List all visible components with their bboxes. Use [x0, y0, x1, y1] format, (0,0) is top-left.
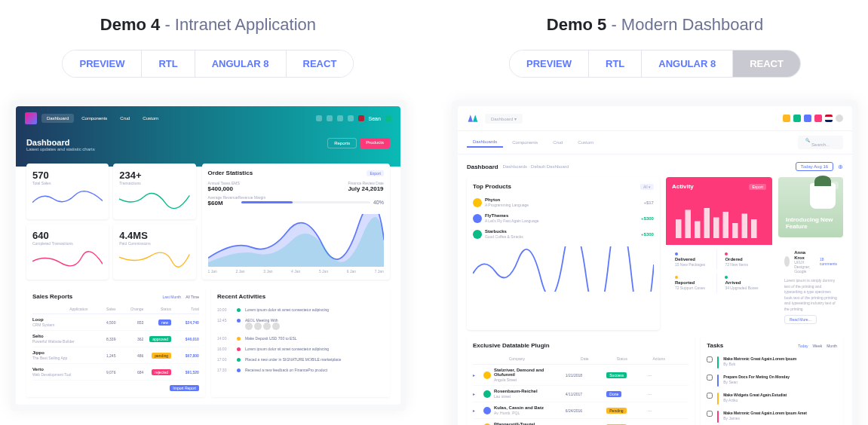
demo4-pill-angular[interactable]: ANGULAR 8: [195, 50, 287, 77]
stat-item: Ordered72 New Items: [720, 249, 768, 270]
sales-reports-panel: Sales ReportsLast MonthAll Time Applicat…: [26, 287, 205, 397]
task-row[interactable]: Make Metronic Great Again.Lorem Ipsum Am…: [707, 408, 837, 425]
flag-icon[interactable]: [358, 115, 364, 121]
cart-icon[interactable]: [348, 115, 354, 121]
page-title: Dashboard: [467, 164, 498, 170]
table-row[interactable]: JippoThe Best Selling App 1,245486 pendi…: [32, 347, 199, 364]
demo5-pill-angular[interactable]: ANGULAR 8: [642, 50, 733, 77]
bar-chart: [672, 200, 766, 238]
avatar[interactable]: [385, 115, 391, 121]
d4-nav-dashboard[interactable]: Dashboard: [41, 114, 74, 123]
sparkline-icon: [119, 188, 189, 209]
task-row[interactable]: Prepare Docs For Meting On MondayBy Sean: [707, 371, 837, 390]
tasks-panel: TasksTodayWeekMonth Make Metronic Great …: [701, 336, 843, 425]
search-input[interactable]: 🔍 Search...: [798, 136, 843, 149]
app-icon[interactable]: [793, 115, 801, 122]
export-button[interactable]: Export: [367, 170, 383, 176]
app-icon[interactable]: [814, 115, 822, 122]
table-row[interactable]: LoopCRM System 4,500853 new $24,740: [32, 314, 199, 331]
d4-nav-components[interactable]: Components: [76, 114, 112, 123]
add-icon[interactable]: ⊕: [838, 164, 843, 170]
list-item[interactable]: PhytonA Programming Language +$17: [473, 194, 654, 210]
stat-item: Arrived34 Upgraded Boxes: [720, 273, 768, 293]
d4-nav-crud[interactable]: Crud: [115, 114, 135, 123]
activity-row: 17:30 Received a new feedback on Finance…: [217, 365, 384, 375]
demo4-pill-row: PREVIEW RTL ANGULAR 8 REACT: [10, 50, 406, 78]
table-row[interactable]: ▸ Rosenbaum-ReichelLao street 4/11/2017 …: [473, 386, 689, 402]
demo4-pill-rtl[interactable]: RTL: [142, 50, 195, 77]
demo4-pill-react[interactable]: REACT: [287, 50, 354, 77]
subnav-custom[interactable]: Custom: [572, 138, 600, 147]
sparkline-icon: [119, 249, 189, 270]
demo5-screenshot[interactable]: Dashboard ▾ Dashboards Components Crud C…: [452, 100, 858, 425]
tab-lastmonth[interactable]: Last Month: [162, 295, 181, 299]
svg-rect-0: [676, 219, 682, 238]
logo-icon: [25, 112, 37, 124]
table-row[interactable]: VertoWeb Development Tool 9,076684 rejec…: [32, 364, 199, 381]
breadcrumb: Dashboards · Default Dashboard: [503, 164, 569, 169]
search-icon[interactable]: [316, 115, 322, 121]
demo4-pill-preview[interactable]: PREVIEW: [63, 50, 142, 77]
activities-panel: Recent Activities 10:00 Lorem ipsum dolo…: [211, 287, 390, 397]
today-button[interactable]: Today Aug 16: [796, 162, 833, 171]
subnav-dashboards[interactable]: Dashboards: [467, 137, 503, 148]
import-button[interactable]: Import Report: [170, 385, 199, 391]
sparkline-icon: [32, 188, 103, 209]
read-more-button[interactable]: Read More...: [784, 315, 817, 324]
demo5-pill-react[interactable]: REACT: [733, 50, 800, 77]
d4-topbar: Dashboard Components Crud Custom Sean: [16, 106, 400, 130]
flag-icon[interactable]: [825, 115, 833, 122]
app-icon[interactable]: [804, 115, 811, 122]
stat-card: 234+Transactions: [113, 164, 195, 219]
tab-week[interactable]: Week: [812, 344, 822, 348]
d5-subnav: Dashboards Components Crud Custom 🔍 Sear…: [458, 131, 852, 154]
export-button[interactable]: Export: [749, 184, 765, 190]
demo5-pill-preview[interactable]: PREVIEW: [510, 50, 589, 77]
task-checkbox[interactable]: [707, 411, 713, 417]
d5-topbar: Dashboard ▾: [458, 106, 852, 131]
activity-row: 14:00 Make Deposit USD 700 to ESL: [217, 333, 384, 344]
plant-icon: [810, 183, 836, 209]
bell-icon[interactable]: [327, 115, 333, 121]
user-name[interactable]: Sean: [369, 116, 381, 121]
user-card: Anna KroxUI/UX Designer, Google 18commen…: [778, 243, 843, 330]
stat-item: Reported72 Support Cases: [670, 273, 718, 293]
reports-button[interactable]: Reports: [327, 138, 357, 148]
svg-rect-5: [722, 212, 728, 238]
table-row[interactable]: ▸ Kulas, Cassin and BatzAv. Humb. PQL 6/…: [473, 402, 689, 419]
subnav-components[interactable]: Components: [506, 138, 544, 147]
tab-month[interactable]: Month: [827, 344, 837, 348]
subnav-crud[interactable]: Crud: [547, 138, 569, 147]
task-row[interactable]: Make Metronic Great Again.Lorem IpsumBy …: [707, 353, 837, 371]
activity-row: 17:00 Placed a new order in SIGNATURE MO…: [217, 354, 384, 365]
table-row[interactable]: SeltoPowerful Website Builder 8,339362 a…: [32, 331, 199, 347]
list-item[interactable]: FlyThemesA Let's Fly Fast Again Language…: [473, 210, 654, 226]
feature-card: Read Introducing New Feature: [778, 177, 843, 237]
list-item[interactable]: StarbucksGood Coffee & Snacks +$300: [473, 226, 654, 242]
task-checkbox[interactable]: [707, 393, 713, 399]
breadcrumb-pill[interactable]: Dashboard ▾: [485, 114, 523, 124]
demo5-pill-rtl[interactable]: RTL: [589, 50, 642, 77]
activity-row: 16:00 Lorem ipsum dolor sit amet consect…: [217, 344, 384, 354]
task-checkbox[interactable]: [707, 356, 713, 362]
d4-nav-custom[interactable]: Custom: [137, 114, 164, 123]
tab-today[interactable]: Today: [798, 344, 808, 348]
app-icon[interactable]: [783, 115, 790, 122]
logo-icon: [467, 112, 479, 124]
table-row[interactable]: ▸ Pfannerstill-TreutelKazakhstan 1/2/201…: [473, 419, 689, 425]
comments-count[interactable]: 18comments: [820, 257, 837, 266]
avatar[interactable]: [836, 115, 843, 122]
demo5-title: Demo 5 - Modern Dashboard: [452, 15, 858, 35]
products-button[interactable]: Products: [360, 138, 390, 148]
task-checkbox[interactable]: [707, 375, 713, 381]
activity-row: 12:45 AEOL Meeting With: [217, 315, 384, 333]
table-row[interactable]: ▸ Stelzriver, Demond and OlufunmilAngola…: [473, 365, 689, 386]
filter-button[interactable]: All ▾: [640, 184, 654, 190]
grid-icon[interactable]: [337, 115, 343, 121]
svg-rect-8: [751, 219, 757, 238]
tab-alltime[interactable]: All Time: [186, 295, 199, 299]
task-row[interactable]: Make Widgets Great Again.EstudiatBy Azik…: [707, 390, 837, 408]
demo4-screenshot[interactable]: Dashboard Components Crud Custom Sean: [10, 100, 406, 411]
wave-chart: [473, 246, 654, 292]
svg-rect-1: [685, 210, 691, 239]
